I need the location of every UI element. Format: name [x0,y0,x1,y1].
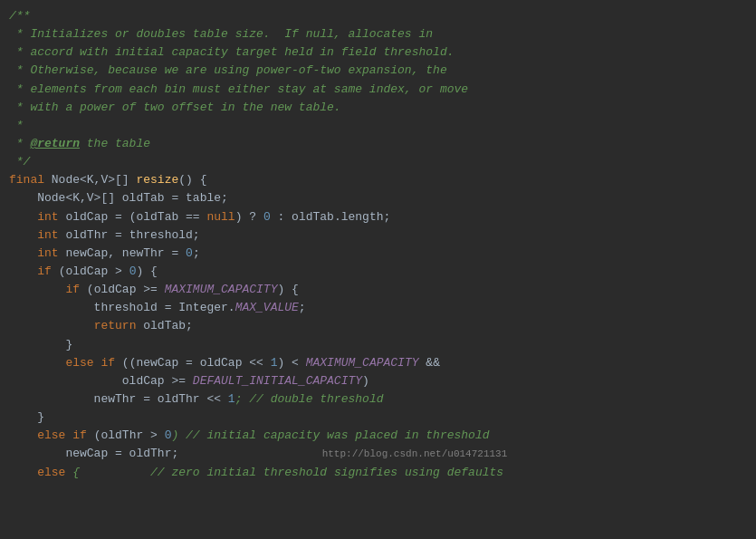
code-line: final Node<K,V>[] resize() { [9,171,756,189]
code-token: newThr = oldThr << [9,392,228,406]
code-token: resize [136,173,178,187]
code-line: Node<K,V>[] oldTab = table; [9,189,756,207]
code-line: * @return the table [9,135,756,153]
code-line: /** [9,7,756,25]
code-token: * [9,137,30,150]
code-token: null [206,210,234,224]
code-token: * [9,119,24,132]
code-token: ; [299,301,306,314]
code-token: && [419,356,440,370]
code-token: 0 [263,210,271,224]
code-token: (oldCap >= [80,283,165,296]
code-token: oldCap = (oldTab == [59,210,207,224]
code-line: int oldCap = (oldTab == null) ? 0 : oldT… [9,208,756,226]
code-token: ) // initial capacity was placed in thre… [171,428,489,442]
code-token: else [37,466,65,479]
code-token: Node<K,V>[] [52,173,137,187]
code-token: } [9,338,72,351]
code-line: newThr = oldThr << 1; // double threshol… [9,390,756,409]
code-token [9,210,37,224]
code-line: else if ((newCap = oldCap << 1) < MAXIMU… [9,354,756,372]
code-line: * with a power of two offset in the new … [9,99,756,117]
code-token: /** [9,9,30,23]
code-token: Node<K,V>[] oldTab = table; [9,191,228,205]
code-token: } [9,410,44,424]
code-token: (oldCap > [52,265,129,278]
code-token: int [37,210,58,224]
code-line: * Otherwise, because we are using power-… [9,62,756,80]
code-token: ) < [277,356,305,370]
code-line: oldCap >= DEFAULT_INITIAL_CAPACITY) [9,372,756,390]
code-token [9,356,65,370]
code-token: * Initializes or doubles table size. If … [9,27,433,41]
code-line: if (oldCap > 0) { [9,263,756,281]
code-line: */ [9,153,756,171]
code-line: if (oldCap >= MAXIMUM_CAPACITY) { [9,281,756,299]
code-editor: /** * Initializes or doubles table size.… [0,0,756,489]
code-lines: /** * Initializes or doubles table size.… [9,7,756,482]
code-token: else if [65,356,115,370]
code-token: MAXIMUM_CAPACITY [165,283,278,296]
code-token: * Otherwise, because we are using power-… [9,63,447,77]
code-line: newCap = oldThr; http://blog.csdn.net/u0… [9,445,756,463]
code-token: MAX_VALUE [235,301,299,314]
code-token: int [37,228,58,242]
code-line: * elements from each bin must either sta… [9,81,756,99]
code-token: { // zero initial threshold signifies us… [65,466,503,479]
code-token: newCap = oldThr; [9,447,178,460]
code-token: if [65,283,80,296]
code-token: : oldTab.length; [271,210,391,224]
code-token: * accord with initial capacity target he… [9,45,454,59]
code-line: return oldTab; [9,317,756,335]
code-token: return [94,319,137,332]
code-line: } [9,336,756,354]
code-token: if [37,265,52,278]
code-token [9,283,65,296]
code-token: else if [37,428,87,442]
code-line: * Initializes or doubles table size. If … [9,25,756,43]
code-token: ((newCap = oldCap << [115,356,271,370]
code-token: DEFAULT_INITIAL_CAPACITY [193,374,362,388]
code-token: oldCap >= [9,374,193,388]
code-token [9,428,37,442]
code-token [9,246,37,260]
code-line: int newCap, newThr = 0; [9,245,756,263]
code-token: final [9,173,52,187]
code-token: MAXIMUM_CAPACITY [306,356,419,370]
code-token: oldTab; [136,319,192,332]
code-line: * [9,117,756,135]
code-token: int [37,246,58,260]
code-line: * accord with initial capacity target he… [9,43,756,62]
code-line: int oldThr = threshold; [9,226,756,245]
code-token [9,228,37,242]
code-line: else if (oldThr > 0) // initial capacity… [9,427,756,445]
code-line: else { // zero initial threshold signifi… [9,464,756,482]
code-token [9,319,94,332]
code-token [9,466,37,479]
code-token: ; [193,246,200,260]
code-token: () { [178,173,206,187]
code-token: ) [362,374,369,388]
code-line: } [9,409,756,427]
code-token: oldThr = threshold; [59,228,200,242]
code-token: ; // double threshold [235,392,384,406]
code-token: ) { [277,283,298,296]
code-token: threshold = Integer. [9,301,235,314]
code-token: @return [30,137,80,150]
code-token: ) ? [235,210,263,224]
code-token: */ [9,155,30,168]
code-token: 0 [186,246,193,260]
code-token: newCap, newThr = [59,246,186,260]
code-token: http://blog.csdn.net/u014721131 [178,448,507,459]
code-token: * with a power of two offset in the new … [9,101,341,114]
code-token: ) { [136,265,157,278]
code-token: 1 [228,392,235,406]
code-token: * elements from each bin must either sta… [9,82,468,96]
code-token: the table [80,137,150,150]
code-token [9,265,37,278]
code-token: (oldThr > [87,428,165,442]
code-line: threshold = Integer.MAX_VALUE; [9,299,756,317]
